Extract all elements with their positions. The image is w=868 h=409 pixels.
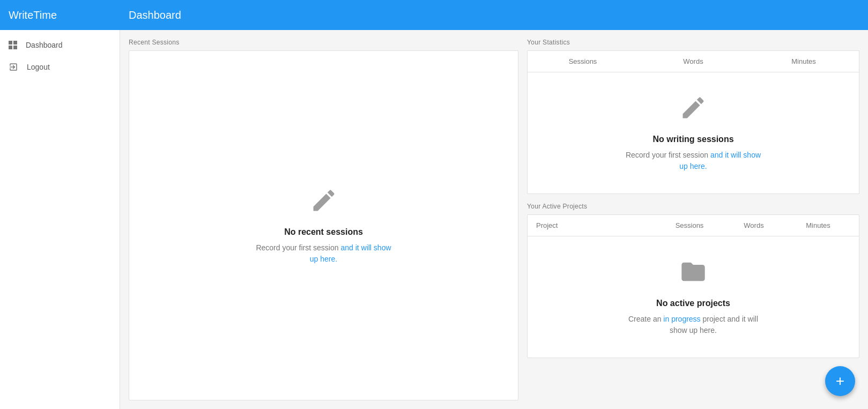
statistics-empty-desc: Record your first session and it will sh… xyxy=(624,150,763,172)
sidebar-item-dashboard[interactable]: Dashboard xyxy=(0,34,120,56)
page-title: Dashboard xyxy=(129,9,181,21)
stats-pencil-icon xyxy=(679,94,707,126)
proj-desc-link[interactable]: in progress xyxy=(663,315,700,323)
recent-sessions-empty-title: No recent sessions xyxy=(284,227,363,237)
sidebar-logout-label: Logout xyxy=(27,63,50,71)
left-panel: Recent Sessions No recent sessions Recor… xyxy=(129,39,518,400)
folder-icon xyxy=(679,258,707,290)
recent-sessions-empty: No recent sessions Record your first ses… xyxy=(243,165,404,286)
active-projects-label: Your Active Projects xyxy=(527,203,859,210)
active-projects-empty-desc: Create an in progress project and it wil… xyxy=(624,314,763,336)
grid-icon xyxy=(9,41,17,49)
app-title: WriteTime xyxy=(9,9,129,21)
statistics-section: Your Statistics Sessions Words Minutes xyxy=(527,39,859,194)
pencil-icon xyxy=(310,187,338,219)
logout-icon xyxy=(9,62,18,72)
projects-header: Project Sessions Words Minutes xyxy=(528,215,859,236)
active-projects-empty: No active projects Create an in progress… xyxy=(528,236,859,358)
statistics-label: Your Statistics xyxy=(527,39,859,46)
sidebar-dashboard-label: Dashboard xyxy=(26,41,63,49)
recent-sessions-empty-desc: Record your first session and it will sh… xyxy=(254,242,394,265)
sidebar-item-logout[interactable]: Logout xyxy=(0,56,120,78)
statistics-empty: No writing sessions Record your first se… xyxy=(528,72,859,194)
active-projects-card: Project Sessions Words Minutes No active… xyxy=(527,214,859,358)
proj-col-sessions: Sessions xyxy=(657,221,722,229)
stats-col-sessions: Sessions xyxy=(528,57,638,65)
statistics-header: Sessions Words Minutes xyxy=(528,51,859,72)
recent-sessions-label: Recent Sessions xyxy=(129,39,518,46)
active-projects-section: Your Active Projects Project Sessions Wo… xyxy=(527,203,859,358)
statistics-empty-title: No writing sessions xyxy=(652,135,733,144)
statistics-card: Sessions Words Minutes No writing sessio… xyxy=(527,50,859,194)
sidebar: Dashboard Logout xyxy=(0,30,120,409)
right-panel: Your Statistics Sessions Words Minutes xyxy=(527,39,859,400)
fab-button[interactable]: + xyxy=(825,366,855,396)
body-container: Dashboard Logout Recent Sessions xyxy=(0,30,868,409)
recent-sessions-card: No recent sessions Record your first ses… xyxy=(129,50,518,400)
active-projects-empty-title: No active projects xyxy=(656,299,730,308)
stats-col-words: Words xyxy=(638,57,748,65)
header: WriteTime Dashboard xyxy=(0,0,868,30)
proj-col-words: Words xyxy=(722,221,786,229)
recent-sessions-desc-prefix: Record your first session xyxy=(256,243,340,252)
stats-col-minutes: Minutes xyxy=(748,57,859,65)
proj-col-project: Project xyxy=(536,221,657,229)
proj-desc-prefix: Create an xyxy=(628,315,663,323)
stats-desc-prefix: Record your first session xyxy=(626,151,710,159)
main-content: Recent Sessions No recent sessions Recor… xyxy=(120,30,868,409)
proj-col-minutes: Minutes xyxy=(786,221,850,229)
